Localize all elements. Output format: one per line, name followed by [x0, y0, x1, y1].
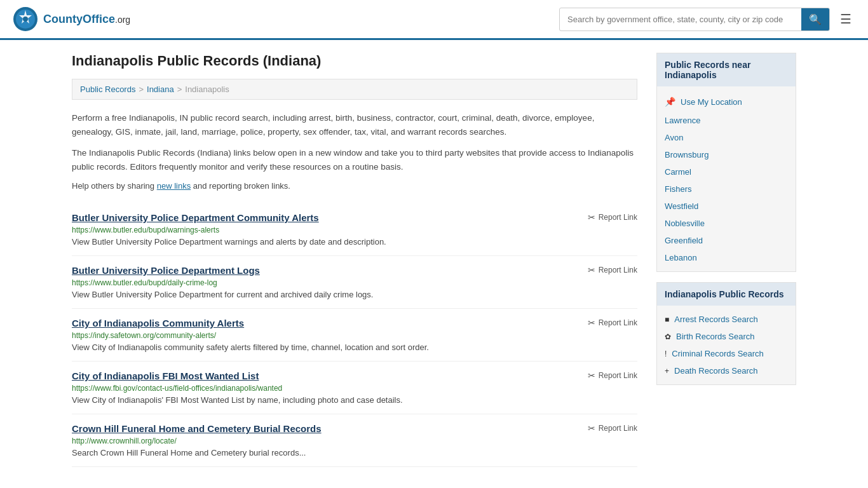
sidebar-public-records-section: Indianapolis Public Records ■ Arrest Rec…: [656, 282, 796, 385]
scissors-icon-4: ✂: [588, 423, 595, 433]
report-label-3: Report Link: [599, 371, 637, 380]
record-title-1[interactable]: Butler University Police Department Logs: [72, 265, 260, 276]
nearby-link-avon[interactable]: Avon: [657, 129, 796, 146]
report-link-btn-3[interactable]: ✂ Report Link: [588, 370, 637, 381]
sidebar-record-label-2: Criminal Records Search: [672, 349, 764, 358]
scissors-icon-0: ✂: [588, 212, 595, 222]
sidebar-record-label-1: Birth Records Search: [676, 332, 755, 341]
header-right: 🔍 ☰: [559, 8, 855, 31]
search-input[interactable]: [560, 10, 801, 29]
record-title-4[interactable]: Crown Hill Funeral Home and Cemetery Bur…: [72, 423, 322, 434]
content-area: Indianapolis Public Records (Indiana) Pu…: [72, 53, 637, 467]
scissors-icon-1: ✂: [588, 265, 595, 275]
breadcrumb-separator-1: >: [139, 85, 144, 94]
report-label-2: Report Link: [599, 318, 637, 327]
record-desc-4: Search Crown Hill Funeral Home and Cemet…: [72, 448, 637, 458]
sidebar-record-icon-0: ■: [665, 315, 669, 324]
record-item: Butler University Police Department Comm…: [72, 203, 637, 256]
report-label-4: Report Link: [599, 424, 637, 433]
record-url-1: https://www.butler.edu/bupd/daily-crime-…: [72, 278, 637, 287]
report-link-btn-4[interactable]: ✂ Report Link: [588, 423, 637, 433]
report-link-btn-1[interactable]: ✂ Report Link: [588, 265, 637, 275]
svg-point-3: [23, 17, 28, 22]
records-list: Butler University Police Department Comm…: [72, 203, 637, 467]
use-my-location-button[interactable]: 📌 Use My Location: [657, 92, 796, 112]
search-icon: 🔍: [809, 14, 822, 25]
breadcrumb-indiana[interactable]: Indiana: [147, 85, 174, 94]
nearby-link-brownsburg[interactable]: Brownsburg: [657, 146, 796, 163]
sidebar-record-icon-2: !: [665, 349, 667, 358]
record-desc-3: View City of Indianapolis' FBI Most Want…: [72, 395, 637, 405]
search-button[interactable]: 🔍: [801, 8, 829, 30]
nearby-link-lebanon[interactable]: Lebanon: [657, 249, 796, 266]
nearby-link-greenfield[interactable]: Greenfield: [657, 232, 796, 249]
sidebar-records-content: ■ Arrest Records Search ✿ Birth Records …: [657, 306, 796, 384]
record-url-4: http://www.crownhill.org/locate/: [72, 437, 637, 445]
sidebar-public-records-title: Indianapolis Public Records: [657, 283, 796, 306]
record-item: City of Indianapolis FBI Most Wanted Lis…: [72, 362, 637, 414]
record-desc-0: View Butler University Police Department…: [72, 237, 637, 247]
report-label-0: Report Link: [599, 213, 637, 222]
sidebar-record-3[interactable]: + Death Records Search: [657, 362, 796, 379]
nearby-link-westfield[interactable]: Westfield: [657, 198, 796, 215]
sidebar-record-icon-1: ✿: [665, 332, 671, 341]
sidebar-nearby-content: 📌 Use My Location LawrenceAvonBrownsburg…: [657, 86, 796, 271]
nearby-link-fishers[interactable]: Fishers: [657, 180, 796, 198]
sidebar-record-label-0: Arrest Records Search: [674, 315, 758, 324]
record-title-0[interactable]: Butler University Police Department Comm…: [72, 212, 319, 223]
nearby-links-container: LawrenceAvonBrownsburgCarmelFishersWestf…: [657, 112, 796, 266]
scissors-icon-2: ✂: [588, 318, 595, 328]
record-url-3: https://www.fbi.gov/contact-us/field-off…: [72, 384, 637, 393]
breadcrumb-indianapolis: Indianapolis: [185, 85, 229, 94]
logo-area: CountyOffice.org: [13, 6, 130, 32]
logo-text: CountyOffice.org: [43, 13, 130, 26]
breadcrumb-separator-2: >: [177, 85, 182, 94]
main-container: Indianapolis Public Records (Indiana) Pu…: [53, 40, 815, 480]
sidebar-record-icon-3: +: [665, 367, 669, 376]
record-url-2: https://indy.safetown.org/community-aler…: [72, 331, 637, 340]
report-link-btn-0[interactable]: ✂ Report Link: [588, 212, 637, 222]
location-icon: 📌: [665, 97, 675, 107]
sidebar-nearby-title: Public Records near Indianapolis: [657, 53, 796, 86]
logo-icon: [13, 6, 38, 32]
breadcrumb-public-records[interactable]: Public Records: [80, 85, 135, 94]
menu-button[interactable]: ☰: [836, 8, 855, 30]
sidebar: Public Records near Indianapolis 📌 Use M…: [656, 53, 796, 467]
sidebar-nearby-section: Public Records near Indianapolis 📌 Use M…: [656, 53, 796, 272]
page-title: Indianapolis Public Records (Indiana): [72, 53, 637, 69]
header: CountyOffice.org 🔍 ☰: [0, 0, 868, 40]
intro-paragraph-1: Perform a free Indianapolis, IN public r…: [72, 111, 637, 139]
nearby-link-noblesville[interactable]: Noblesville: [657, 215, 796, 232]
record-title-2[interactable]: City of Indianapolis Community Alerts: [72, 318, 244, 329]
scissors-icon-3: ✂: [588, 370, 595, 381]
help-text: Help others by sharing new links and rep…: [72, 181, 637, 191]
sidebar-record-1[interactable]: ✿ Birth Records Search: [657, 328, 796, 345]
hamburger-icon: ☰: [840, 12, 851, 26]
breadcrumb: Public Records > Indiana > Indianapolis: [72, 79, 637, 100]
report-label-1: Report Link: [599, 266, 637, 274]
record-title-3[interactable]: City of Indianapolis FBI Most Wanted Lis…: [72, 370, 259, 381]
record-url-0: https://www.butler.edu/bupd/warnings-ale…: [72, 226, 637, 234]
sidebar-record-2[interactable]: ! Criminal Records Search: [657, 345, 796, 362]
record-item: Butler University Police Department Logs…: [72, 256, 637, 309]
sidebar-record-0[interactable]: ■ Arrest Records Search: [657, 311, 796, 328]
record-item: City of Indianapolis Community Alerts ✂ …: [72, 309, 637, 362]
use-my-location-label: Use My Location: [681, 97, 742, 107]
report-link-btn-2[interactable]: ✂ Report Link: [588, 318, 637, 328]
record-item: Crown Hill Funeral Home and Cemetery Bur…: [72, 414, 637, 467]
search-bar: 🔍: [559, 8, 830, 31]
new-links-link[interactable]: new links: [157, 181, 191, 191]
record-desc-1: View Butler University Police Department…: [72, 290, 637, 299]
record-desc-2: View City of Indianapolis community safe…: [72, 342, 637, 352]
nearby-link-lawrence[interactable]: Lawrence: [657, 112, 796, 129]
intro-paragraph-2: The Indianapolis Public Records (Indiana…: [72, 146, 637, 173]
nearby-link-carmel[interactable]: Carmel: [657, 163, 796, 180]
sidebar-record-label-3: Death Records Search: [674, 366, 758, 376]
